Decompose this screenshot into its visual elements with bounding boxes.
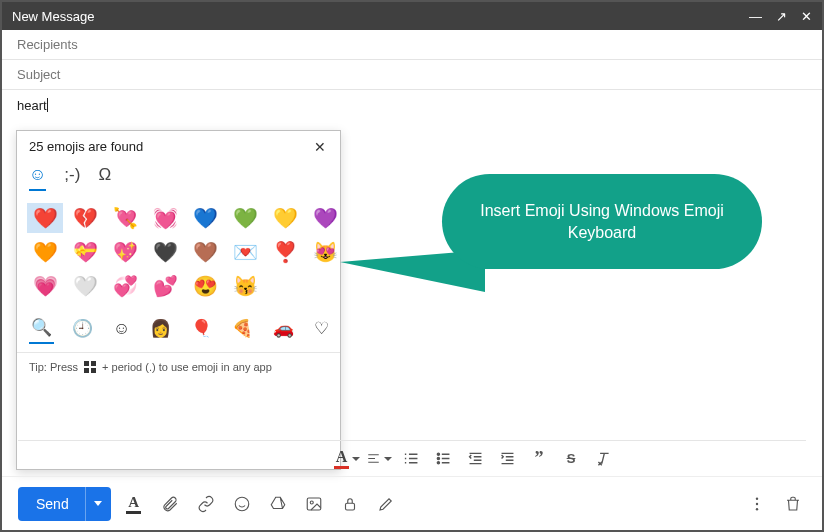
cat-transport-icon[interactable]: 🚗 [271, 314, 296, 343]
trash-icon [784, 495, 802, 513]
emoji-panel-close-icon[interactable]: ✕ [310, 139, 330, 155]
numbered-list-icon [403, 450, 420, 467]
minimize-icon[interactable]: — [749, 9, 762, 24]
cat-heart-icon[interactable]: ♡ [312, 314, 331, 343]
discard-draft-button[interactable] [780, 491, 806, 517]
tip-pre: Tip: Press [29, 361, 78, 373]
emoji-option[interactable]: ❤️ [27, 203, 63, 233]
pen-icon [377, 495, 395, 513]
emoji-option[interactable]: 💓 [147, 203, 183, 233]
emoji-option[interactable]: 💗 [27, 271, 63, 301]
emoji-option[interactable]: 😍 [187, 271, 223, 301]
windows-logo-icon [84, 361, 96, 373]
emoji-option[interactable]: 💚 [227, 203, 263, 233]
callout-text: Insert Emoji Using Windows Emoji Keyboar… [476, 200, 728, 243]
recipients-field[interactable]: Recipients [2, 30, 822, 60]
popout-icon[interactable]: ↗ [776, 9, 787, 24]
indent-less-icon [467, 450, 484, 467]
font-color-button[interactable]: A [334, 446, 360, 472]
emoji-tip: Tip: Press + period (.) to use emoji in … [17, 352, 340, 381]
emoji-option[interactable]: 🤍 [67, 271, 103, 301]
svg-point-2 [437, 462, 439, 464]
emoji-option[interactable]: 💞 [107, 271, 143, 301]
bulleted-list-icon [435, 450, 452, 467]
indent-more-icon [499, 450, 516, 467]
more-options-button[interactable] [744, 491, 770, 517]
tip-post: + period (.) to use emoji in any app [102, 361, 272, 373]
tab-kaomoji[interactable]: ;-) [64, 161, 80, 191]
emoji-option[interactable]: 💝 [67, 237, 103, 267]
strikethrough-button[interactable]: S [558, 446, 584, 472]
insert-photo-button[interactable] [301, 491, 327, 517]
remove-formatting-button[interactable] [590, 446, 616, 472]
svg-point-8 [756, 502, 758, 504]
insert-emoji-button[interactable] [229, 491, 255, 517]
tab-emoji[interactable]: ☺ [29, 161, 46, 191]
cat-celebration-icon[interactable]: 🎈 [189, 314, 214, 343]
indent-less-button[interactable] [462, 446, 488, 472]
emoji-option[interactable]: 🧡 [27, 237, 63, 267]
annotation-callout: Insert Emoji Using Windows Emoji Keyboar… [442, 174, 762, 269]
compose-titlebar: New Message — ↗ ✕ [2, 2, 822, 30]
emoji-option[interactable]: 😻 [307, 237, 343, 267]
cat-people-icon[interactable]: 👩 [148, 314, 173, 343]
tab-symbols[interactable]: Ω [98, 161, 111, 191]
compose-bottom-bar: Send A [2, 476, 822, 530]
bulleted-list-button[interactable] [430, 446, 456, 472]
emoji-grid: ❤️💔💘💓💙💚💛💜🧡💝💖🖤🤎💌❣️😻💗🤍💞💕😍😽 [17, 195, 340, 307]
emoji-option[interactable]: 💜 [307, 203, 343, 233]
more-vert-icon [748, 495, 766, 513]
svg-point-5 [310, 501, 313, 504]
window-title: New Message [12, 9, 749, 24]
smile-icon [233, 495, 251, 513]
windows-emoji-panel: 25 emojis are found ✕ ☺ ;-) Ω ❤️💔💘💓💙💚💛💜🧡… [16, 130, 341, 470]
insert-drive-button[interactable] [265, 491, 291, 517]
svg-rect-6 [345, 503, 354, 510]
insert-signature-button[interactable] [373, 491, 399, 517]
svg-point-1 [437, 457, 439, 459]
emoji-option[interactable]: ❣️ [267, 237, 303, 267]
insert-link-button[interactable] [193, 491, 219, 517]
align-button[interactable] [366, 446, 392, 472]
emoji-option[interactable]: 💛 [267, 203, 303, 233]
clear-format-icon [595, 450, 612, 467]
cat-food-icon[interactable]: 🍕 [230, 314, 255, 343]
emoji-option[interactable]: 🖤 [147, 237, 183, 267]
send-button[interactable]: Send [18, 487, 111, 521]
align-icon [366, 450, 381, 467]
emoji-option[interactable]: 💖 [107, 237, 143, 267]
attach-file-button[interactable] [157, 491, 183, 517]
drive-icon [269, 495, 287, 513]
close-icon[interactable]: ✕ [801, 9, 812, 24]
compose-body[interactable]: heart [2, 90, 822, 113]
subject-field[interactable]: Subject [2, 60, 822, 90]
emoji-option[interactable]: 💙 [187, 203, 223, 233]
recipients-placeholder: Recipients [17, 37, 78, 52]
format-left-hidden [22, 441, 322, 476]
indent-more-button[interactable] [494, 446, 520, 472]
quote-button[interactable]: ” [526, 446, 552, 472]
cat-recent-icon[interactable]: 🕘 [70, 314, 95, 343]
emoji-option[interactable]: 💌 [227, 237, 263, 267]
body-text: heart [17, 98, 47, 113]
emoji-option[interactable]: 💕 [147, 271, 183, 301]
confidential-mode-button[interactable] [337, 491, 363, 517]
numbered-list-button[interactable] [398, 446, 424, 472]
svg-point-7 [756, 497, 758, 499]
image-icon [305, 495, 323, 513]
emoji-option[interactable]: 💘 [107, 203, 143, 233]
formatting-options-button[interactable]: A [121, 491, 147, 517]
text-caret [47, 98, 48, 112]
send-dropdown-icon[interactable] [85, 487, 111, 521]
cat-faces-icon[interactable]: ☺ [111, 315, 132, 343]
emoji-option[interactable]: 😽 [227, 271, 263, 301]
emoji-status: 25 emojis are found [29, 139, 310, 154]
emoji-option[interactable]: 💔 [67, 203, 103, 233]
svg-point-9 [756, 508, 758, 510]
emoji-option[interactable]: 🤎 [187, 237, 223, 267]
format-toolbar: A ” S [18, 440, 806, 476]
svg-point-0 [437, 453, 439, 455]
cat-search-icon[interactable]: 🔍 [29, 313, 54, 344]
send-label: Send [18, 496, 85, 512]
svg-rect-4 [307, 498, 321, 510]
